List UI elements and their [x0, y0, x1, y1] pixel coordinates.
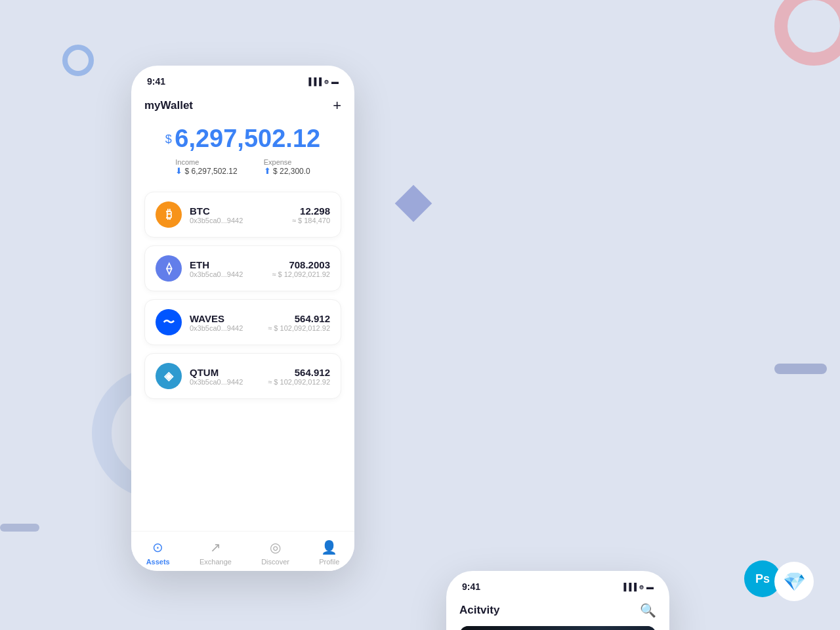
- coin-info-qtum: QTUM 0x3b5ca0...9442: [190, 367, 260, 386]
- bg-decoration-rect2: [0, 524, 39, 532]
- balance-dollar-sign: $: [165, 133, 172, 146]
- income-value: ⬇ $ 6,297,502.12: [175, 166, 237, 176]
- coin-addr-waves: 0x3b5ca0...9442: [190, 324, 260, 332]
- bg-decoration-rect1: [774, 364, 827, 374]
- coin-name-btc: BTC: [190, 205, 284, 217]
- coin-card-qtum[interactable]: ◈ QTUM 0x3b5ca0...9442 564.912 ≈ $ 102,0…: [144, 353, 341, 399]
- coin-info-eth: ETH 0x3b5ca0...9442: [190, 259, 264, 278]
- nav-item-left-assets[interactable]: ⊙ Assets: [146, 539, 170, 566]
- activity-phone: 9:41 ▐▐▐ ⌾ ▬ Acitvity 🔍 ₿ Bitcoin Recomm…: [446, 571, 669, 630]
- coin-addr-btc: 0x3b5ca0...9442: [190, 217, 284, 224]
- coin-card-btc[interactable]: ₿ BTC 0x3b5ca0...9442 12.298 ≈ $ 184,470: [144, 192, 341, 238]
- activity-header: Acitvity 🔍: [459, 597, 656, 618]
- nav-item-left-profile[interactable]: 👤 Profile: [319, 539, 339, 566]
- coin-values-waves: 564.912 ≈ $ 102,092,012.92: [268, 313, 330, 332]
- banner-bg: ₿ Bitcoin: [459, 626, 656, 630]
- balance-section: $ 6,297,502.12 Income ⬇ $ 6,297,502.12 E…: [144, 125, 341, 176]
- balance-amount: 6,297,502.12: [175, 125, 320, 152]
- nav-icon-profile: 👤: [321, 539, 337, 555]
- coin-usd-waves: ≈ $ 102,092,012.92: [268, 324, 330, 332]
- wallet-phone: 9:41 ▐▐▐ ⌾ ▬ myWallet + $ 6,297,502.12 I…: [131, 66, 354, 571]
- add-button[interactable]: +: [333, 97, 341, 114]
- coin-amount-qtum: 564.912: [268, 367, 330, 378]
- income-item: Income ⬇ $ 6,297,502.12: [175, 158, 237, 176]
- activity-content: Acitvity 🔍 ₿ Bitcoin Recommend ₿ Bitter.…: [446, 597, 669, 630]
- coin-values-eth: 708.2003 ≈ $ 12,092,021.92: [272, 259, 330, 278]
- coin-card-eth[interactable]: ⟠ ETH 0x3b5ca0...9442 708.2003 ≈ $ 12,09…: [144, 245, 341, 291]
- status-icons-left: ▐▐▐ ⌾ ▬: [306, 77, 339, 85]
- coin-amount-waves: 564.912: [268, 313, 330, 324]
- coin-name-waves: WAVES: [190, 313, 260, 324]
- nav-icon-discover: ◎: [270, 539, 281, 555]
- status-icons-right: ▐▐▐ ⌾ ▬: [621, 583, 654, 591]
- nav-label-profile: Profile: [319, 558, 339, 566]
- coin-addr-qtum: 0x3b5ca0...9442: [190, 378, 260, 386]
- sketch-icon: 💎: [774, 562, 814, 601]
- wallet-content: myWallet + $ 6,297,502.12 Income ⬇ $ 6,2…: [131, 92, 354, 564]
- bg-decoration-circle-blue: [62, 45, 94, 76]
- coin-card-waves[interactable]: 〜 WAVES 0x3b5ca0...9442 564.912 ≈ $ 102,…: [144, 299, 341, 345]
- status-bar-right: 9:41 ▐▐▐ ⌾ ▬: [446, 571, 669, 597]
- status-time-left: 9:41: [147, 76, 165, 87]
- coin-values-btc: 12.298 ≈ $ 184,470: [292, 205, 330, 224]
- nav-label-discover: Discover: [261, 558, 289, 566]
- nav-icon-assets: ⊙: [152, 539, 163, 555]
- income-label: Income: [175, 158, 237, 166]
- wallet-title: myWallet: [144, 99, 193, 112]
- coin-usd-eth: ≈ $ 12,092,021.92: [272, 270, 330, 278]
- coin-info-waves: WAVES 0x3b5ca0...9442: [190, 313, 260, 332]
- coin-info-btc: BTC 0x3b5ca0...9442: [190, 205, 284, 224]
- coin-values-qtum: 564.912 ≈ $ 102,092,012.92: [268, 367, 330, 386]
- coin-icon-qtum: ◈: [156, 363, 182, 389]
- coin-list: ₿ BTC 0x3b5ca0...9442 12.298 ≈ $ 184,470…: [144, 192, 341, 399]
- bg-decoration-diamond: [395, 185, 432, 222]
- status-bar-left: 9:41 ▐▐▐ ⌾ ▬: [131, 66, 354, 92]
- nav-item-left-exchange[interactable]: ↗ Exchange: [200, 539, 232, 566]
- coin-usd-btc: ≈ $ 184,470: [292, 217, 330, 224]
- nav-item-left-discover[interactable]: ◎ Discover: [261, 539, 289, 566]
- coin-usd-qtum: ≈ $ 102,092,012.92: [268, 378, 330, 386]
- coin-amount-btc: 12.298: [292, 205, 330, 217]
- search-icon[interactable]: 🔍: [640, 602, 656, 618]
- coin-name-qtum: QTUM: [190, 367, 260, 378]
- expense-label: Expense: [264, 158, 310, 166]
- wallet-header: myWallet +: [144, 92, 341, 114]
- nav-icon-exchange: ↗: [210, 539, 221, 555]
- nav-label-exchange: Exchange: [200, 558, 232, 566]
- status-time-right: 9:41: [462, 581, 480, 592]
- coin-icon-eth: ⟠: [156, 255, 182, 282]
- coin-amount-eth: 708.2003: [272, 259, 330, 270]
- expense-value: ⬆ $ 22,300.0: [264, 166, 310, 176]
- bitcoin-banner: ₿ Bitcoin: [459, 626, 656, 630]
- coin-addr-eth: 0x3b5ca0...9442: [190, 270, 264, 278]
- income-expense-row: Income ⬇ $ 6,297,502.12 Expense ⬆ $ 22,3…: [144, 158, 341, 176]
- nav-label-assets: Assets: [146, 558, 170, 566]
- bg-decoration-circle-pink: [774, 0, 840, 66]
- expense-item: Expense ⬆ $ 22,300.0: [264, 158, 310, 176]
- coin-icon-waves: 〜: [156, 309, 182, 335]
- activity-title: Acitvity: [459, 604, 499, 617]
- bottom-nav-left: ⊙ Assets ↗ Exchange ◎ Discover 👤 Profile: [131, 531, 354, 571]
- coin-name-eth: ETH: [190, 259, 264, 270]
- coin-icon-btc: ₿: [156, 201, 182, 228]
